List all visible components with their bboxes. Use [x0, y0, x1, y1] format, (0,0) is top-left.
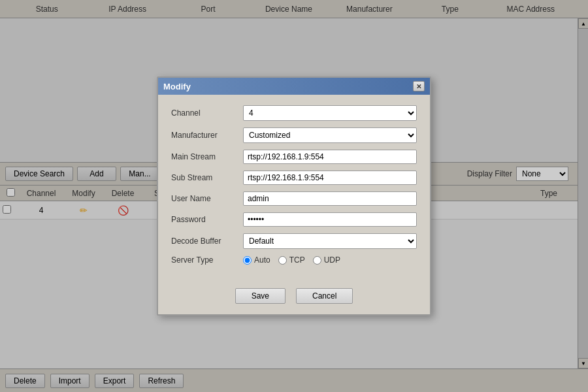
username-control	[243, 191, 417, 206]
main-stream-label: Main Stream	[171, 152, 243, 161]
modal-close-button[interactable]: ✕	[413, 81, 425, 91]
decode-buffer-control: Default Low Latency Fluent	[243, 233, 417, 249]
cancel-button[interactable]: Cancel	[296, 288, 353, 304]
username-row: User Name	[171, 191, 417, 206]
server-type-label: Server Type	[171, 255, 243, 265]
radio-auto[interactable]: Auto	[243, 255, 270, 265]
radio-auto-label: Auto	[254, 255, 270, 265]
channel-row: Channel 4 1 2 3 5	[171, 105, 417, 121]
radio-tcp-input[interactable]	[278, 256, 287, 265]
decode-buffer-select[interactable]: Default Low Latency Fluent	[243, 233, 417, 249]
modal-footer: Save Cancel	[158, 282, 430, 314]
main-stream-input[interactable]	[243, 150, 417, 164]
main-area: Status IP Address Port Device Name Manuf…	[0, 0, 588, 392]
sub-stream-label: Sub Stream	[171, 173, 243, 182]
manufacturer-label: Manufacturer	[171, 131, 243, 140]
channel-select[interactable]: 4 1 2 3 5	[243, 105, 417, 121]
sub-stream-control	[243, 171, 417, 185]
password-row: Password	[171, 212, 417, 227]
main-stream-row: Main Stream	[171, 150, 417, 164]
radio-udp-input[interactable]	[313, 256, 321, 265]
password-input[interactable]	[243, 212, 417, 227]
modal-body: Channel 4 1 2 3 5 Manufacturer	[158, 95, 430, 282]
radio-auto-input[interactable]	[243, 256, 252, 265]
save-button[interactable]: Save	[235, 288, 286, 304]
channel-label: Channel	[171, 108, 243, 118]
modify-dialog: Modify ✕ Channel 4 1 2 3 5	[157, 76, 431, 316]
modal-title: Modify	[163, 82, 191, 91]
modal-overlay: Modify ✕ Channel 4 1 2 3 5	[0, 0, 588, 392]
modal-titlebar: Modify ✕	[158, 78, 430, 95]
decode-buffer-label: Decode Buffer	[171, 237, 243, 246]
radio-udp[interactable]: UDP	[313, 255, 340, 265]
password-control	[243, 212, 417, 227]
username-input[interactable]	[243, 191, 417, 206]
username-label: User Name	[171, 194, 243, 203]
channel-control: 4 1 2 3 5	[243, 105, 417, 121]
server-type-row: Server Type Auto TCP	[171, 255, 417, 265]
manufacturer-row: Manufacturer Customized Dahua Hikvision	[171, 127, 417, 143]
sub-stream-input[interactable]	[243, 171, 417, 185]
radio-udp-label: UDP	[324, 255, 340, 265]
manufacturer-select[interactable]: Customized Dahua Hikvision	[243, 127, 417, 143]
radio-tcp-label: TCP	[289, 255, 305, 265]
main-stream-control	[243, 150, 417, 164]
decode-buffer-row: Decode Buffer Default Low Latency Fluent	[171, 233, 417, 249]
server-type-radio-group: Auto TCP UDP	[243, 255, 417, 265]
sub-stream-row: Sub Stream	[171, 171, 417, 185]
password-label: Password	[171, 215, 243, 224]
server-type-control: Auto TCP UDP	[243, 255, 417, 265]
radio-tcp[interactable]: TCP	[278, 255, 305, 265]
manufacturer-control: Customized Dahua Hikvision	[243, 127, 417, 143]
